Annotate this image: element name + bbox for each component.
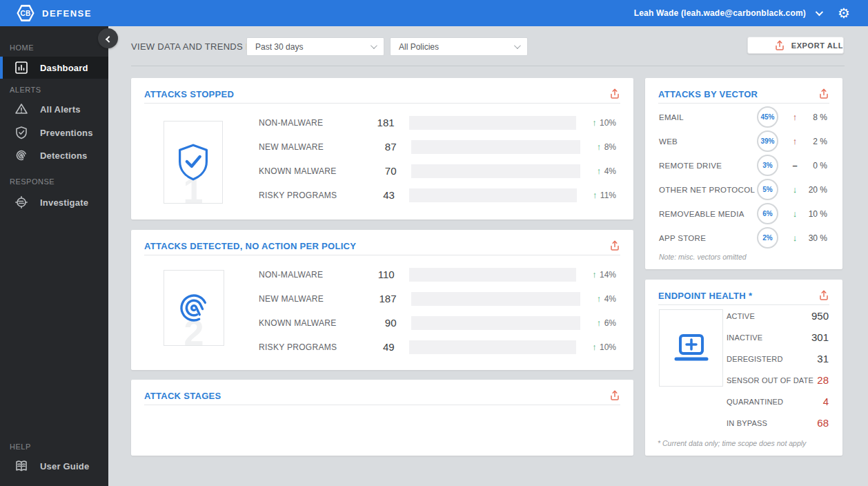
- stat-row: NON-MALWARE181↑10%: [259, 110, 616, 135]
- card-title: ATTACKS BY VECTOR: [658, 89, 758, 99]
- chevron-left-icon: [106, 36, 112, 43]
- trend-bar: [411, 140, 581, 154]
- export-icon[interactable]: [818, 290, 829, 301]
- fingerprint-icon: 2: [164, 270, 224, 346]
- endpoint-row: DEREGISTERD31: [727, 348, 829, 369]
- trend-change: 8 %: [800, 113, 827, 122]
- user-name: Leah Wade (leah.wade@carbonblack.com): [634, 8, 806, 18]
- card-title: ATTACKS DETECTED, NO ACTION PER POLICY: [144, 241, 356, 251]
- endpoint-value: 950: [811, 310, 829, 322]
- sidebar-item-dashboard[interactable]: Dashboard: [0, 57, 108, 79]
- trend-up-arrow-icon: ↑: [593, 166, 604, 176]
- top-bar: CB DEFENSE Leah Wade (leah.wade@carbonbl…: [0, 0, 868, 26]
- shield-check-icon: [14, 125, 29, 140]
- card-title: ATTACK STAGES: [144, 391, 221, 401]
- trend-bar: [409, 188, 577, 202]
- export-icon[interactable]: [818, 88, 829, 99]
- card-divider: [144, 255, 620, 255]
- attack-stages-card: ATTACK STAGES: [131, 380, 633, 456]
- trend-bar: [411, 164, 581, 178]
- endpoint-row: INACTIVE301: [727, 327, 829, 348]
- trend-change: 6%: [604, 318, 616, 328]
- book-icon: [14, 458, 29, 474]
- sidebar-item-investigate[interactable]: Investigate: [0, 191, 108, 213]
- trend-bar: [409, 268, 576, 282]
- endpoint-label: ACTIVE: [727, 312, 811, 320]
- endpoint-label: INACTIVE: [727, 333, 811, 342]
- sidebar-section-help: HELP: [10, 443, 31, 451]
- export-all-button[interactable]: EXPORT ALL: [747, 37, 844, 54]
- trend-change: 11%: [600, 191, 616, 200]
- card-divider: [144, 103, 620, 104]
- stat-row: KNOWN MALWARE90↑6%: [259, 311, 616, 335]
- endpoint-value: 301: [811, 331, 829, 343]
- sidebar-item-user-guide[interactable]: User Guide: [0, 455, 108, 477]
- stat-label: KNOWN MALWARE: [259, 318, 359, 328]
- sidebar-item-label: All Alerts: [40, 104, 81, 115]
- chevron-down-icon: [371, 42, 377, 49]
- endpoint-value: 68: [817, 417, 829, 429]
- trend-bar: [411, 292, 581, 306]
- endpoint-row: ACTIVE950: [727, 305, 829, 327]
- card-divider: [658, 103, 829, 104]
- sidebar-item-preventions[interactable]: Preventions: [0, 122, 108, 144]
- stat-label: NON-MALWARE: [259, 270, 357, 280]
- vector-row: APP STORE2%↓30 %: [659, 226, 827, 250]
- sidebar-item-all-alerts[interactable]: All Alerts: [0, 98, 108, 120]
- vector-label: APP STORE: [659, 234, 757, 242]
- vector-row: REMOVEABLE MEDIA6%↓10 %: [659, 202, 827, 226]
- stat-value: 110: [357, 269, 394, 280]
- sidebar-item-label: Dashboard: [40, 63, 88, 73]
- endpoint-value: 4: [823, 396, 829, 407]
- stat-row: RISKY PROGRAMS49↑10%: [259, 335, 616, 359]
- vector-label: WEB: [659, 137, 757, 146]
- stat-label: NON-MALWARE: [259, 118, 357, 128]
- fingerprint-icon: [14, 148, 29, 163]
- chevron-down-icon: [514, 42, 521, 49]
- sidebar-item-detections[interactable]: Detections: [0, 144, 108, 166]
- user-menu[interactable]: Leah Wade (leah.wade@carbonblack.com): [634, 8, 821, 18]
- endpoint-label: SENSOR OUT OF DATE: [727, 376, 817, 385]
- trend-change: 4%: [604, 294, 616, 304]
- stat-row: RISKY PROGRAMS43↑11%: [259, 183, 616, 207]
- card-title: ATTACKS STOPPED: [144, 89, 234, 99]
- toolbar-divider: [131, 66, 845, 66]
- endpoint-label: QUARANTINED: [727, 398, 823, 406]
- bar-chart-icon: [14, 60, 29, 75]
- export-icon[interactable]: [609, 390, 620, 401]
- time-range-select[interactable]: Past 30 days: [246, 37, 384, 56]
- trend-down-arrow-icon: ↓: [790, 184, 800, 195]
- export-icon[interactable]: [609, 88, 620, 99]
- vector-share-badge: 45%: [757, 106, 778, 128]
- brand-logo[interactable]: CB DEFENSE: [15, 4, 92, 22]
- cb-logo-text: CB: [17, 6, 34, 20]
- filters-label: VIEW DATA AND TRENDS FOR: [131, 41, 265, 52]
- export-icon[interactable]: [609, 240, 620, 251]
- stat-value: 181: [357, 117, 394, 128]
- stat-label: NEW MALWARE: [259, 294, 359, 304]
- trend-down-arrow-icon: ↓: [790, 208, 800, 219]
- vector-share-badge: 2%: [757, 227, 778, 249]
- policy-select[interactable]: All Policies: [390, 37, 528, 56]
- trend-up-arrow-icon: ↑: [589, 117, 600, 128]
- stat-value: 43: [357, 189, 395, 201]
- laptop-plus-icon: [659, 309, 723, 387]
- endpoint-value: 31: [817, 353, 829, 364]
- endpoint-value: 28: [817, 374, 829, 386]
- stat-label: RISKY PROGRAMS: [259, 342, 357, 352]
- warning-triangle-icon: [14, 101, 29, 117]
- vector-row: EMAIL45%↑8 %: [659, 105, 827, 129]
- vector-row: WEB39%↑2 %: [659, 129, 827, 153]
- trend-change: 2 %: [800, 137, 827, 146]
- chevron-down-icon: [816, 8, 823, 16]
- gear-icon[interactable]: ⚙: [838, 6, 850, 20]
- vector-share-badge: 3%: [757, 155, 778, 176]
- stat-label: NEW MALWARE: [259, 142, 359, 152]
- sidebar-collapse-button[interactable]: [98, 28, 118, 48]
- sidebar-section-response: RESPONSE: [10, 177, 55, 186]
- time-range-value: Past 30 days: [255, 42, 303, 52]
- sidebar-item-label: Detections: [40, 150, 87, 161]
- sidebar-section-alerts: ALERTS: [10, 86, 41, 94]
- vector-label: OTHER NET PROTOCOL: [659, 186, 757, 194]
- sidebar-item-label: Preventions: [40, 128, 93, 138]
